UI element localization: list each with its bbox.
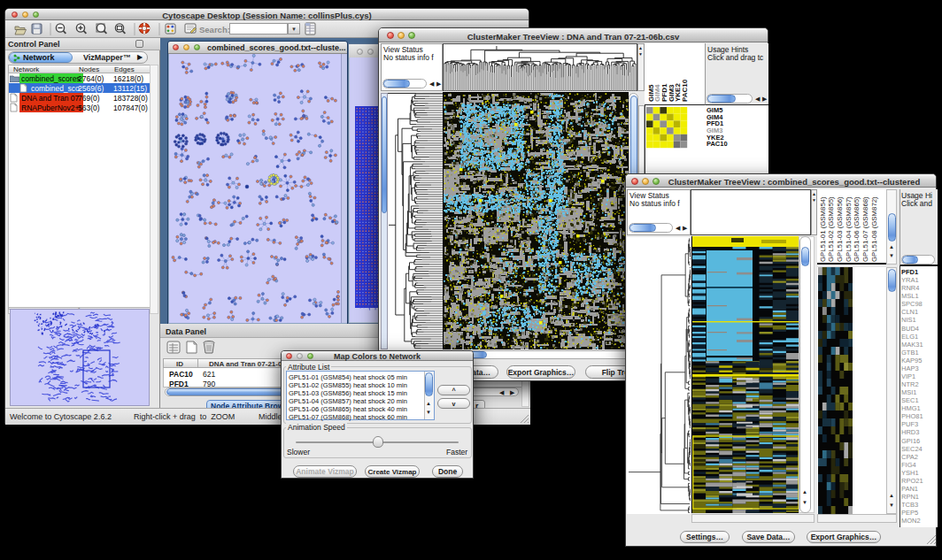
svg-text:GPL51-06 (GSM865): GPL51-06 (GSM865) — [853, 196, 861, 262]
svg-text:GPL51-02 (GSM855): GPL51-02 (GSM855) — [827, 196, 835, 262]
svg-text:GPL51-03 (GSM856): GPL51-03 (GSM856) — [836, 196, 844, 262]
svg-text:GPL51-04 (GSM857): GPL51-04 (GSM857) — [845, 196, 853, 262]
svg-text:GPL51-08 (GSM872): GPL51-08 (GSM872) — [870, 196, 878, 262]
svg-text:GPL51-07 (GSM868): GPL51-07 (GSM868) — [861, 196, 869, 262]
svg-text:GPL51-01 (GSM854): GPL51-01 (GSM854) — [819, 196, 827, 262]
